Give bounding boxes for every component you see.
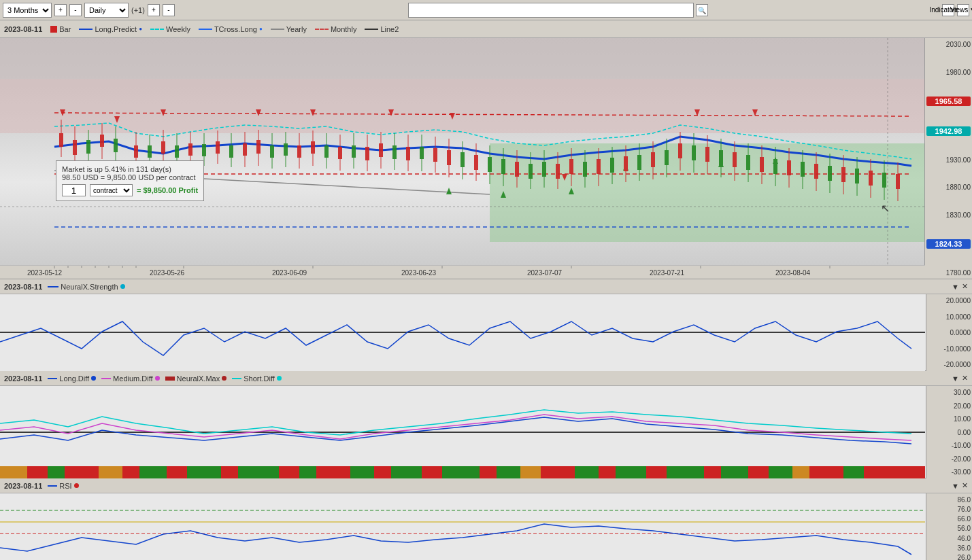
svg-rect-62 (324, 145, 329, 158)
diff-medium-legend: Medium.Diff (101, 374, 159, 383)
monthly-label: Monthly (331, 25, 357, 33)
plus-count-label: (+1) (131, 6, 145, 14)
svg-rect-193 (480, 466, 497, 478)
rsi-y-46: 46.0 (928, 535, 971, 542)
interval-select[interactable]: Daily Weekly Monthly (84, 3, 129, 18)
rsi-date: 2023-08-11 (4, 482, 42, 490)
diff-y-0: 0.00 (928, 429, 971, 436)
y-label-1880: 1880.00 (926, 183, 971, 191)
neural-max-dot (222, 376, 227, 381)
svg-rect-80 (447, 150, 451, 165)
rsi-line-icon (48, 485, 57, 487)
svg-rect-102 (597, 159, 601, 174)
svg-rect-48 (229, 145, 233, 158)
svg-rect-134 (814, 164, 818, 179)
svg-rect-182 (187, 466, 221, 478)
rsi-y-66: 66.0 (928, 515, 971, 523)
neural-chart-svg (0, 294, 925, 371)
svg-rect-116 (692, 145, 696, 160)
svg-rect-84 (474, 155, 478, 170)
period-minus-btn[interactable]: - (69, 4, 82, 16)
diff-y-neg20: -20.00 (928, 455, 971, 463)
svg-rect-196 (541, 466, 575, 478)
svg-rect-195 (520, 466, 541, 478)
svg-rect-100 (583, 162, 587, 177)
svg-rect-198 (599, 466, 616, 478)
neural-close-icon[interactable]: ✕ (962, 282, 968, 291)
rsi-y-36: 36.0 (928, 544, 971, 552)
diff-y-neg10: -10.00 (928, 442, 971, 449)
svg-rect-42 (188, 143, 192, 156)
long-diff-dot (91, 376, 96, 381)
tcrosslong-label: TCross.Long (214, 25, 257, 33)
svg-text:2023-05-26: 2023-05-26 (150, 269, 185, 277)
date-axis: 2023-05-12 2023-05-26 2023-06-09 2023-06… (0, 265, 925, 279)
neural-max-icon (165, 377, 175, 381)
svg-rect-136 (828, 166, 832, 181)
svg-rect-54 (270, 145, 274, 158)
svg-rect-140 (855, 169, 859, 183)
diff-chart-controls[interactable]: ▼ ✕ (952, 374, 968, 383)
neural-dot (120, 284, 125, 289)
svg-rect-185 (279, 466, 299, 478)
contract-type-select[interactable]: contract contracts (90, 184, 133, 196)
svg-rect-181 (167, 466, 187, 478)
search-button[interactable]: 🔍 (696, 4, 708, 16)
svg-rect-104 (610, 158, 614, 173)
contracts-input[interactable] (62, 184, 86, 196)
chart-title-input[interactable]: Gold - Cash (GCY00) (2023-05-12 - 2023-0… (408, 3, 694, 18)
y-label-2030: 2030.00 (926, 41, 971, 48)
diff-collapse-icon[interactable]: ▼ (952, 374, 959, 383)
neural-y-20: 20.0000 (928, 297, 971, 304)
svg-rect-68 (365, 147, 369, 160)
svg-rect-46 (216, 141, 220, 154)
svg-rect-76 (420, 147, 424, 159)
neural-chart-header: 2023-08-11 NeuralX.Strength ▼ ✕ (0, 279, 972, 294)
svg-rect-10 (73, 140, 77, 155)
interval-minus-btn[interactable]: - (163, 4, 175, 16)
period-plus-btn[interactable]: + (54, 4, 67, 16)
period-select[interactable]: 3 Months 1 Month 6 Months 1 Year (3, 3, 52, 18)
legend-tcrosslong-item: TCross.Long ● (199, 25, 263, 33)
legend-yearly-item: Yearly (271, 25, 307, 33)
weekly-label: Weekly (166, 25, 190, 33)
neural-collapse-icon[interactable]: ▼ (952, 283, 959, 291)
svg-rect-2 (0, 79, 925, 133)
neural-indicator-label: NeuralX.Strength (61, 283, 118, 291)
diff-y-30: 30.00 (928, 389, 971, 396)
tooltip-box: Market is up 5.41% in 131 day(s) 98.50 U… (56, 160, 204, 201)
tcrosslong-icon (199, 29, 212, 30)
legend-longpredict-item: Long.Predict ● (79, 25, 142, 33)
rsi-close-icon[interactable]: ✕ (962, 481, 968, 490)
svg-rect-72 (392, 145, 397, 159)
profit-text: = $9,850.00 Profit (137, 186, 198, 194)
medium-diff-label: Medium.Diff (113, 374, 152, 383)
neural-chart-controls[interactable]: ▼ ✕ (952, 282, 968, 291)
rsi-collapse-icon[interactable]: ▼ (952, 482, 959, 490)
svg-rect-177 (65, 466, 99, 478)
views-dropdown[interactable]: Views ▼ (957, 4, 969, 16)
svg-rect-36 (148, 145, 152, 158)
legend-monthly-item: Monthly (315, 25, 357, 33)
legend-bar: 2023-08-11 Bar Long.Predict ● Weekly TCr… (0, 20, 972, 38)
legend-line2-item: Line2 (365, 25, 399, 33)
views-chevron: ▼ (969, 6, 972, 14)
svg-rect-66 (352, 145, 356, 158)
rsi-chart-controls[interactable]: ▼ ✕ (952, 481, 968, 490)
interval-plus-btn[interactable]: + (148, 4, 160, 16)
svg-rect-86 (488, 157, 492, 172)
diff-close-icon[interactable]: ✕ (962, 374, 968, 383)
weekly-icon (150, 29, 164, 30)
svg-rect-124 (746, 155, 750, 170)
svg-rect-118 (705, 147, 709, 162)
svg-rect-56 (284, 143, 288, 156)
svg-rect-210 (894, 466, 925, 478)
bar-label: Bar (59, 25, 71, 33)
svg-rect-78 (433, 148, 437, 162)
svg-rect-179 (122, 466, 139, 478)
neural-yaxis: 20.0000 10.0000 0.0000 -10.0000 -20.0000 (926, 294, 972, 371)
svg-rect-122 (733, 152, 737, 167)
svg-rect-178 (99, 466, 122, 478)
svg-text:2023-06-09: 2023-06-09 (272, 269, 307, 277)
svg-rect-96 (556, 164, 560, 179)
